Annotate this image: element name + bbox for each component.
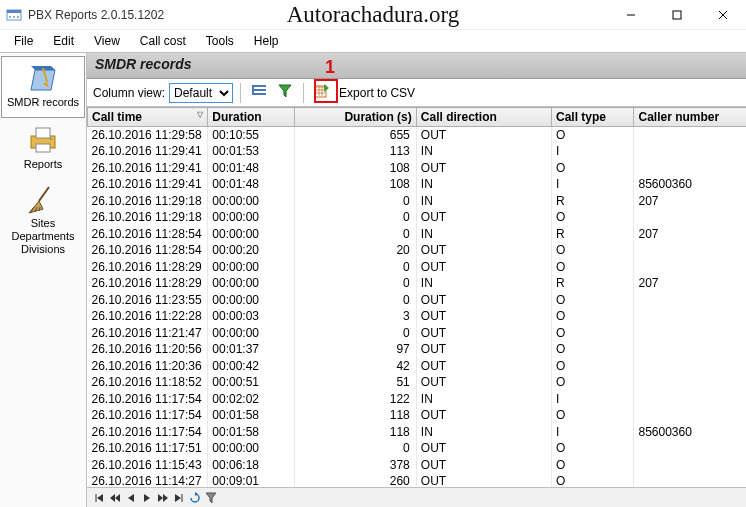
col-header-caller[interactable]: Caller number	[634, 108, 746, 127]
toolbar: Column view: Default Export to CSV 1	[87, 79, 746, 107]
cell-caller: 207	[634, 275, 746, 292]
cell-direction: OUT	[416, 358, 551, 375]
table-row[interactable]: 26.10.2016 11:29:4100:01:48108INI8560036…	[88, 176, 747, 193]
cell-duration: 00:01:48	[208, 160, 295, 177]
table-row[interactable]: 26.10.2016 11:29:4100:01:48108OUTO9002	[88, 160, 747, 177]
table-row[interactable]: 26.10.2016 11:29:4100:01:53113INI	[88, 143, 747, 160]
minimize-button[interactable]	[608, 0, 654, 29]
cell-calltype: O	[551, 127, 633, 144]
nav-refresh-button[interactable]	[187, 490, 203, 506]
menu-edit[interactable]: Edit	[43, 32, 84, 50]
sort-desc-icon: ▽	[197, 110, 203, 119]
cell-calltime: 26.10.2016 11:15:43	[88, 457, 208, 474]
app-icon	[6, 7, 22, 23]
toolbar-details-button[interactable]	[248, 82, 270, 104]
cell-calltype: O	[551, 457, 633, 474]
column-view-select[interactable]: Default	[169, 83, 233, 103]
table-row[interactable]: 26.10.2016 11:22:2800:00:033OUTO9347	[88, 308, 747, 325]
cell-calltype: O	[551, 325, 633, 342]
table-row[interactable]: 26.10.2016 11:17:5100:00:000OUTO135	[88, 440, 747, 457]
cell-calltime: 26.10.2016 11:29:41	[88, 160, 208, 177]
broom-icon	[25, 183, 61, 215]
cell-calltime: 26.10.2016 11:22:28	[88, 308, 208, 325]
table-row[interactable]: 26.10.2016 11:14:2700:09:01260OUTO9002	[88, 473, 747, 487]
sidebar-item-reports[interactable]: Reports	[0, 119, 86, 179]
cell-calltime: 26.10.2016 11:17:54	[88, 424, 208, 441]
menu-callcost[interactable]: Call cost	[130, 32, 196, 50]
cell-caller	[634, 209, 746, 226]
sidebar-item-smdr[interactable]: SMDR records	[1, 56, 85, 118]
export-label: Export to CSV	[339, 86, 415, 100]
table-row[interactable]: 26.10.2016 11:18:5200:00:5151OUTO1321	[88, 374, 747, 391]
nav-last-button[interactable]	[171, 490, 187, 506]
col-header-calltime[interactable]: Call time▽	[88, 108, 208, 127]
cell-duration-s: 122	[295, 391, 416, 408]
nav-first-button[interactable]	[91, 490, 107, 506]
nav-next-button[interactable]	[139, 490, 155, 506]
col-header-duration-s[interactable]: Duration (s)	[295, 108, 416, 127]
cell-caller	[634, 242, 746, 259]
toolbar-export-button[interactable]	[311, 82, 333, 104]
export-csv-icon	[314, 83, 330, 102]
cell-duration-s: 0	[295, 325, 416, 342]
menu-file[interactable]: File	[4, 32, 43, 50]
cell-calltime: 26.10.2016 11:18:52	[88, 374, 208, 391]
cell-duration-s: 0	[295, 259, 416, 276]
cell-calltime: 26.10.2016 11:28:29	[88, 275, 208, 292]
table-row[interactable]: 26.10.2016 11:20:3600:00:4242OUTO9662	[88, 358, 747, 375]
table-row[interactable]: 26.10.2016 11:28:2900:00:000INR207	[88, 275, 747, 292]
close-button[interactable]	[700, 0, 746, 29]
cell-direction: OUT	[416, 457, 551, 474]
cell-calltype: I	[551, 391, 633, 408]
nav-prevpage-button[interactable]	[107, 490, 123, 506]
cell-duration: 00:01:58	[208, 424, 295, 441]
cell-calltype: R	[551, 226, 633, 243]
col-header-calltype[interactable]: Call type	[551, 108, 633, 127]
table-row[interactable]: 26.10.2016 11:29:1800:00:000INR207	[88, 193, 747, 210]
record-navigator	[87, 487, 746, 507]
table-row[interactable]: 26.10.2016 11:17:5400:01:58118OUTO9002	[88, 407, 747, 424]
table-row[interactable]: 26.10.2016 11:28:2900:00:000OUTO341	[88, 259, 747, 276]
toolbar-filter-button[interactable]	[274, 82, 296, 104]
cell-calltime: 26.10.2016 11:17:54	[88, 407, 208, 424]
svg-rect-18	[252, 89, 266, 91]
maximize-button[interactable]	[654, 0, 700, 29]
cell-caller	[634, 358, 746, 375]
svg-rect-11	[36, 144, 50, 152]
table-row[interactable]: 26.10.2016 11:21:4700:00:000OUTO9671	[88, 325, 747, 342]
nav-prev-button[interactable]	[123, 490, 139, 506]
menu-view[interactable]: View	[84, 32, 130, 50]
cell-calltype: R	[551, 275, 633, 292]
cell-calltime: 26.10.2016 11:29:18	[88, 209, 208, 226]
table-row[interactable]: 26.10.2016 11:15:4300:06:18378OUTO5975	[88, 457, 747, 474]
menu-tools[interactable]: Tools	[196, 32, 244, 50]
sidebar-item-sites[interactable]: Sites Departments Divisions	[0, 178, 86, 263]
col-header-direction[interactable]: Call direction	[416, 108, 551, 127]
cell-duration: 00:00:51	[208, 374, 295, 391]
cell-direction: OUT	[416, 127, 551, 144]
cell-duration: 00:00:42	[208, 358, 295, 375]
table-row[interactable]: 26.10.2016 11:17:5400:02:02122INI	[88, 391, 747, 408]
nav-nextpage-button[interactable]	[155, 490, 171, 506]
table-row[interactable]: 26.10.2016 11:28:5400:00:000INR207	[88, 226, 747, 243]
cell-duration-s: 20	[295, 242, 416, 259]
menu-help[interactable]: Help	[244, 32, 289, 50]
cell-direction: IN	[416, 275, 551, 292]
list-icon	[251, 83, 267, 102]
table-row[interactable]: 26.10.2016 11:28:5400:00:2020OUTO340	[88, 242, 747, 259]
table-row[interactable]: 26.10.2016 11:23:5500:00:000OUTO9347	[88, 292, 747, 309]
table-row[interactable]: 26.10.2016 11:20:5600:01:3797OUTO1800	[88, 341, 747, 358]
cell-duration: 00:00:03	[208, 308, 295, 325]
table-row[interactable]: 26.10.2016 11:29:5800:10:55655OUTO1321	[88, 127, 747, 144]
cell-direction: IN	[416, 143, 551, 160]
cell-caller: 207	[634, 193, 746, 210]
cell-calltype: O	[551, 440, 633, 457]
table-row[interactable]: 26.10.2016 11:29:1800:00:000OUTO341	[88, 209, 747, 226]
table-row[interactable]: 26.10.2016 11:17:5400:01:58118INI8560036…	[88, 424, 747, 441]
sidebar: SMDR records Reports Sites Departments D…	[0, 53, 87, 507]
nav-filter-button[interactable]	[203, 490, 219, 506]
cell-duration: 00:01:37	[208, 341, 295, 358]
grid[interactable]: Call time▽ Duration Duration (s) Call di…	[87, 107, 746, 487]
cell-calltime: 26.10.2016 11:14:27	[88, 473, 208, 487]
col-header-duration[interactable]: Duration	[208, 108, 295, 127]
